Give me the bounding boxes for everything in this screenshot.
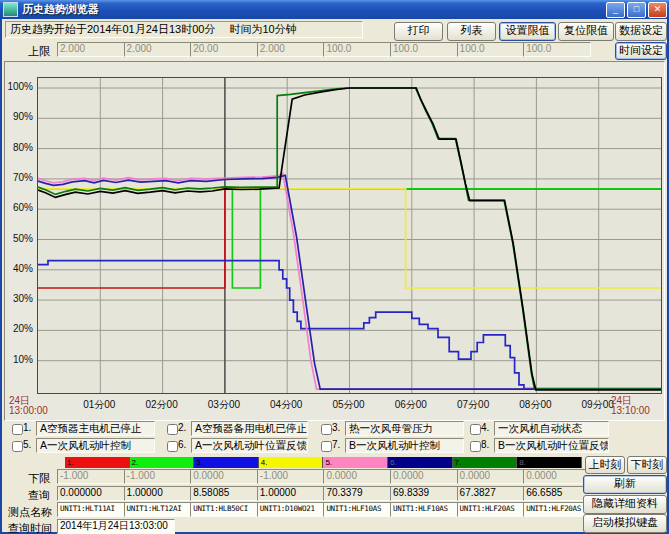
legend-item-6[interactable]: A一次风机动叶位置反馈 <box>191 438 308 453</box>
legend-number-1: 1. <box>23 422 31 433</box>
lower-field-1[interactable]: -1.000 <box>57 469 125 484</box>
axis-end-time-label: 24日13:10:00 <box>611 396 650 416</box>
upper-field-8[interactable]: 100.0 <box>523 42 591 57</box>
legend-checkbox-6[interactable] <box>167 441 178 452</box>
points-field-3[interactable]: UNIT1:HLB50CI <box>190 502 258 517</box>
upper-field-1[interactable]: 2.000 <box>57 42 125 57</box>
legend-checkbox-4[interactable] <box>470 424 481 435</box>
y-tick-20%: 20% <box>5 323 33 334</box>
minimize-button[interactable]: _ <box>606 2 625 18</box>
x-tick-8: 08分00 <box>509 398 561 412</box>
upper-limit-label: 上限 <box>28 44 50 59</box>
legend-number-6: 6. <box>178 439 186 450</box>
query-field-3: 8.58085 <box>190 486 258 501</box>
upper-field-3[interactable]: 20.00 <box>190 42 258 57</box>
query-time-field[interactable]: 2014年1月24日13:03:00 <box>57 519 175 534</box>
points-field-7[interactable]: UNIT1:HLF20AS <box>457 502 525 517</box>
x-tick-7: 07分00 <box>447 398 499 412</box>
points-field-4[interactable]: UNIT1:D10WO21 <box>257 502 325 517</box>
color-segment-4: 4. <box>259 457 324 468</box>
y-tick-10%: 10% <box>5 354 33 365</box>
legend-item-8[interactable]: B一次风机动叶位置反馈 <box>494 438 609 453</box>
legend-number-7: 7. <box>332 439 340 450</box>
legend-item-2[interactable]: A空预器备用电机已停止 <box>191 421 308 436</box>
lower-field-2[interactable]: -1.000 <box>124 469 192 484</box>
lower-field-5[interactable]: 0.0000 <box>323 469 391 484</box>
y-tick-70%: 70% <box>5 172 33 183</box>
next-time-button[interactable]: 下时刻 <box>627 456 667 474</box>
legend-checkbox-5[interactable] <box>12 441 23 452</box>
print-button[interactable]: 打印 <box>394 22 443 41</box>
x-tick-1: 01分00 <box>73 398 125 412</box>
legend-checkbox-2[interactable] <box>167 424 178 435</box>
set-limit-button[interactable]: 设置限值 <box>499 22 556 41</box>
upper-field-5[interactable]: 100.0 <box>323 42 391 57</box>
query-field-2: 1.00000 <box>124 486 192 501</box>
legend-item-5[interactable]: A一次风机动叶控制 <box>36 438 155 453</box>
legend-checkbox-8[interactable] <box>470 441 481 452</box>
legend-checkbox-3[interactable] <box>321 424 332 435</box>
color-segment-3: 3. <box>194 457 259 468</box>
close-button[interactable]: ✕ <box>648 2 667 18</box>
upper-field-4[interactable]: 2.000 <box>257 42 325 57</box>
reset-limit-button[interactable]: 复位限值 <box>558 22 614 41</box>
points-field-5[interactable]: UNIT1:HLF10AS <box>323 502 391 517</box>
lower-limit-label: 下限 <box>28 471 50 486</box>
legend-item-7[interactable]: B一次风机动叶控制 <box>345 438 464 453</box>
query-field-7: 67.3827 <box>457 486 525 501</box>
maximize-button[interactable]: □ <box>627 2 646 18</box>
points-field-6[interactable]: UNIT1:HLF10AS <box>390 502 458 517</box>
upper-field-2[interactable]: 2.000 <box>124 42 192 57</box>
legend-number-3: 3. <box>332 422 340 433</box>
lower-field-8[interactable]: 0.0000 <box>523 469 591 484</box>
y-tick-40%: 40% <box>5 263 33 274</box>
y-tick-90%: 90% <box>5 111 33 122</box>
query-field-6: 69.8339 <box>390 486 458 501</box>
y-tick-80%: 80% <box>5 142 33 153</box>
x-tick-6: 06分00 <box>385 398 437 412</box>
legend-checkbox-1[interactable] <box>12 424 23 435</box>
x-tick-2: 02分00 <box>136 398 188 412</box>
legend-checkbox-7[interactable] <box>321 441 332 452</box>
x-tick-3: 03分00 <box>198 398 250 412</box>
query-field-1: 0.000000 <box>57 486 125 501</box>
y-tick-30%: 30% <box>5 293 33 304</box>
legend-item-3[interactable]: 热一次风母管压力 <box>345 421 464 436</box>
color-segment-8: 8. <box>517 457 582 468</box>
color-segment-2: 2. <box>130 457 195 468</box>
legend-item-1[interactable]: A空预器主电机已停止 <box>36 421 155 436</box>
lower-field-4[interactable]: -1.000 <box>257 469 325 484</box>
points-field-8[interactable]: UNIT1:HLF20AS <box>523 502 591 517</box>
legend-number-2: 2. <box>178 422 186 433</box>
lower-field-7[interactable]: 0.0000 <box>457 469 525 484</box>
upper-field-7[interactable]: 100.0 <box>457 42 525 57</box>
axis-start-time-label: 24日13:00:00 <box>9 396 48 416</box>
virtual-keyboard-button[interactable]: 启动模拟键盘 <box>583 514 667 533</box>
query-time-label: 查询时间 <box>8 521 52 534</box>
trend-chart-panel: 100%90%80%70%60%50%40%30%20%10% 01分0002分… <box>4 61 665 421</box>
data-setting-button[interactable]: 数据设定 <box>615 22 667 41</box>
upper-field-6[interactable]: 100.0 <box>390 42 458 57</box>
y-tick-100%: 100% <box>5 81 33 92</box>
color-segment-6: 6. <box>388 457 453 468</box>
query-field-4: 1.00000 <box>257 486 325 501</box>
color-segment-1: 1. <box>65 457 130 468</box>
plot-area[interactable] <box>37 77 662 394</box>
legend-number-4: 4. <box>481 422 489 433</box>
query-field-5: 70.3379 <box>323 486 391 501</box>
title-bar: 历史趋势浏览器 _ □ ✕ <box>0 0 669 19</box>
legend-item-4[interactable]: 一次风机自动状态 <box>494 421 609 436</box>
refresh-button[interactable]: 刷新 <box>583 475 667 494</box>
lower-field-3[interactable]: 0.0000 <box>190 469 258 484</box>
hide-details-button[interactable]: 隐藏详细资料 <box>583 495 667 514</box>
previous-time-button[interactable]: 上时刻 <box>585 456 625 474</box>
y-tick-50%: 50% <box>5 233 33 244</box>
points-field-2[interactable]: UNIT1:HLT12AI <box>124 502 192 517</box>
time-setting-button[interactable]: 时间设定 <box>615 42 667 60</box>
lower-field-6[interactable]: 0.0000 <box>390 469 458 484</box>
points-field-1[interactable]: UNIT1:HLT11AI <box>57 502 125 517</box>
query-label: 查询 <box>28 488 50 503</box>
list-button[interactable]: 列表 <box>447 22 496 41</box>
color-segment-5: 5. <box>323 457 388 468</box>
trend-plot-svg <box>38 78 661 393</box>
